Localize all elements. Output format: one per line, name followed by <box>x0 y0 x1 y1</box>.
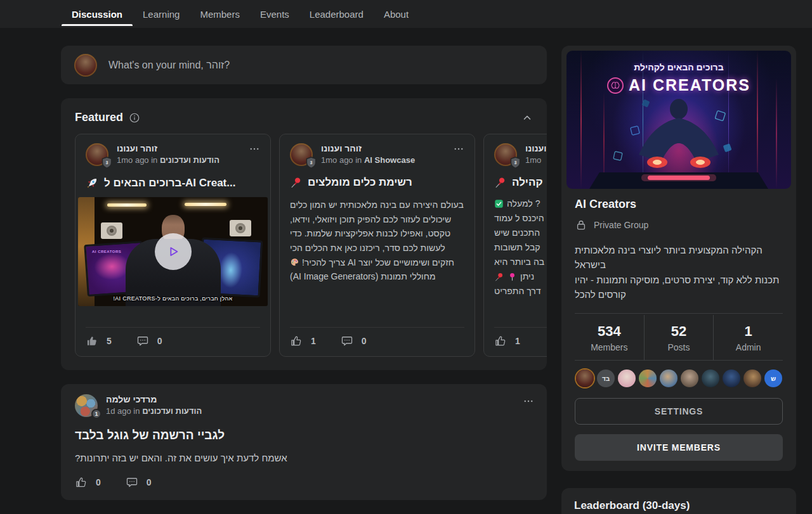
play-button[interactable] <box>155 233 192 270</box>
featured-cards-row: 3 זוהר וענונו 1mo ago in הודעות ועדכונים <box>75 134 547 357</box>
post-meta: 1d ago in הודעות ועדכונים <box>106 406 533 416</box>
lock-icon <box>575 219 587 231</box>
cover-welcome-text: ברוכים הבאים לקהילת <box>566 62 791 72</box>
post-body: למעלה ? היכנס ל עמוד התכנים שיש קבל תשוב… <box>494 196 547 299</box>
member-avatar[interactable] <box>660 369 678 387</box>
post-body: בעולם היצירה עם בינה מלאכותית יש המון כל… <box>290 198 464 284</box>
like-button[interactable] <box>86 335 98 347</box>
collapse-chevron-icon[interactable] <box>521 112 533 124</box>
author-avatar[interactable]: 3 <box>290 143 313 166</box>
level-badge: 3 <box>102 157 112 169</box>
author-name[interactable]: זוהר וענונו <box>321 143 445 153</box>
author-avatar[interactable]: 3 <box>86 143 108 166</box>
member-avatar[interactable] <box>576 369 594 387</box>
category-link[interactable]: הודעות ועדכונים <box>160 155 219 165</box>
author-avatar[interactable]: 3 <box>494 143 517 166</box>
top-navbar: Discussion Learning Members Events Leade… <box>0 0 812 28</box>
tab-events[interactable]: Events <box>250 0 299 28</box>
invite-members-button[interactable]: INVITE MEMBERS <box>575 434 783 461</box>
stat-posts: 52 Posts <box>644 315 714 360</box>
check-icon <box>494 199 504 209</box>
leaderboard-heading: Leaderboard (30-days) <box>574 499 783 512</box>
pushpin-icon <box>290 176 303 189</box>
group-description: הקהילה המקצועית ביותר ליוצרי בינה מלאכות… <box>575 243 783 302</box>
member-avatar[interactable] <box>681 369 698 387</box>
more-options-icon[interactable] <box>523 395 534 407</box>
featured-heading: Featured <box>75 111 123 124</box>
post-body: אשמח לדעת איך עושים את זה. והאם יש בזה י… <box>75 453 533 463</box>
comment-count: 0 <box>157 336 162 346</box>
video-thumbnail[interactable]: AI CREATORS אהלן חברים, ברוכים הבאים ל-A… <box>78 197 268 306</box>
author-name[interactable]: מרדכי שלמה <box>106 394 533 404</box>
feed-post[interactable]: 1 מרדכי שלמה 1d ago in הודעות ועדכונים ל… <box>61 384 547 500</box>
featured-section: Featured 3 זוהר וענ <box>61 98 547 370</box>
author-avatar[interactable]: 1 <box>75 394 98 417</box>
group-name: AI Creators <box>575 198 783 211</box>
svg-text:3: 3 <box>106 160 108 165</box>
current-user-avatar <box>74 54 97 77</box>
divider <box>575 313 783 314</box>
like-button[interactable] <box>290 335 303 347</box>
svg-text:3: 3 <box>514 160 517 165</box>
post-meta: 1mo ago in AI Showcase <box>321 155 445 165</box>
stat-admin: 1 Admin <box>713 315 783 360</box>
tab-leaderboard[interactable]: Leaderboard <box>299 0 374 28</box>
comment-button[interactable] <box>136 335 149 347</box>
divider <box>575 360 783 361</box>
member-avatar[interactable] <box>743 369 761 387</box>
category-link[interactable]: הודעות ועדכונים <box>142 406 202 416</box>
featured-card-tools[interactable]: 3 זוהר וענונו 1mo ago in AI Showcase <box>279 134 475 357</box>
brain-logo-icon <box>607 77 624 94</box>
level-badge: 3 <box>510 157 521 169</box>
pushpin-icon <box>494 176 507 189</box>
nav-tabs: Discussion Learning Members Events Leade… <box>0 0 812 28</box>
settings-button[interactable]: SETTINGS <box>575 398 783 425</box>
like-count: 0 <box>96 477 101 487</box>
leaderboard-card: Leaderboard (30-days) <box>561 488 796 514</box>
rocket-icon <box>86 176 99 190</box>
comment-count: 0 <box>147 477 152 487</box>
post-meta: 1mo <box>525 155 547 165</box>
member-avatars-row: בד ש <box>575 369 783 387</box>
tab-about[interactable]: About <box>374 0 419 28</box>
tab-discussion[interactable]: Discussion <box>62 0 133 28</box>
author-name[interactable]: זוהר וענונו <box>117 143 240 153</box>
like-count: 5 <box>107 336 112 346</box>
member-avatar[interactable] <box>639 369 657 387</box>
comment-button[interactable] <box>126 476 138 489</box>
like-button[interactable] <box>494 335 507 347</box>
featured-card-community[interactable]: 3 זוהר וענונו 1mo קהילה <box>483 134 547 357</box>
author-name[interactable]: זוהר וענונו <box>525 143 547 153</box>
video-caption: אהלן חברים, ברוכים הבאים ל-AI CREATORS! <box>78 295 268 302</box>
member-avatar-initials[interactable]: בד <box>597 369 615 387</box>
group-sidebar: ברוכים הבאים לקהילת AI CREATORS AI Creat… <box>561 46 796 514</box>
member-avatar[interactable] <box>702 369 719 387</box>
stat-members: 534 Members <box>575 315 644 360</box>
group-card: ברוכים הבאים לקהילת AI CREATORS AI Creat… <box>561 46 796 471</box>
more-options-icon[interactable] <box>453 143 464 155</box>
post-title: רשימת כלים מומלצים <box>290 176 464 189</box>
level-badge: 1 <box>91 409 102 419</box>
comment-button[interactable] <box>341 335 353 347</box>
featured-card-welcome[interactable]: 3 זוהר וענונו 1mo ago in הודעות ועדכונים <box>75 134 271 357</box>
pushpin-icon <box>494 272 504 282</box>
member-avatar[interactable] <box>723 369 740 387</box>
tab-learning[interactable]: Learning <box>133 0 190 28</box>
member-avatar-initials[interactable]: ש <box>764 369 782 387</box>
like-button[interactable] <box>75 476 88 489</box>
privacy-label: Private Group <box>594 220 648 230</box>
monitor-text: AI CREATORS <box>92 250 121 254</box>
post-title: ברוכים הבאים ל-AI Creat... <box>86 176 260 190</box>
more-options-icon[interactable] <box>249 143 260 155</box>
info-icon[interactable] <box>129 112 140 124</box>
tab-members[interactable]: Members <box>190 0 250 28</box>
cover-title-text: AI CREATORS <box>629 76 750 94</box>
group-stats: 534 Members 52 Posts 1 Admin <box>575 315 783 360</box>
post-title: קהילה <box>494 176 547 189</box>
composer-placeholder: What's on your mind, זוהר? <box>108 60 230 71</box>
member-avatar[interactable] <box>618 369 636 387</box>
post-meta: 1mo ago in הודעות ועדכונים <box>117 155 240 165</box>
post-composer[interactable]: What's on your mind, זוהר? <box>61 46 547 84</box>
like-count: 1 <box>515 336 520 346</box>
category-link[interactable]: AI Showcase <box>364 155 415 165</box>
